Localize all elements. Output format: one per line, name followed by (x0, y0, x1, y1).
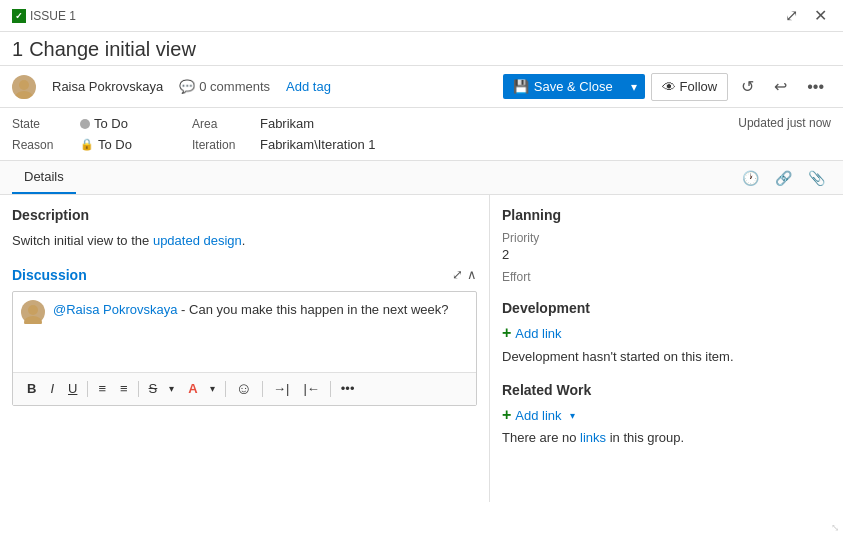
toolbar-sep-5 (330, 381, 331, 397)
main-content: Description Switch initial view to the u… (0, 195, 843, 502)
svg-point-0 (19, 80, 29, 90)
add-tag-button[interactable]: Add tag (286, 79, 331, 94)
comment-box: @Raisa Pokrovskaya - Can you make this h… (12, 291, 477, 406)
issue-number: 1 (12, 38, 23, 61)
underline-button[interactable]: U (62, 378, 83, 399)
toolbar-sep-2 (138, 381, 139, 397)
iteration-label: Iteration (192, 138, 252, 152)
expand-discussion-button[interactable]: ⤢ (452, 267, 463, 282)
font-color-group: A ▾ (182, 378, 220, 399)
follow-label: Follow (680, 79, 718, 94)
meta-actions: 💾 Save & Close ▾ 👁 Follow ↺ ↩ ••• (503, 72, 831, 101)
strikethrough-dropdown[interactable]: ▾ (163, 380, 180, 397)
svg-point-1 (15, 91, 33, 99)
iteration-row: Iteration Fabrikam\Iteration 1 (192, 137, 376, 152)
description-text: Switch initial view to the updated desig… (12, 231, 477, 251)
strikethrough-button[interactable]: S (143, 378, 164, 399)
discussion-actions: ⤢ ∧ (452, 267, 477, 282)
reason-row: Reason 🔒 To Do (12, 137, 132, 152)
emoji-button[interactable]: ☺ (230, 377, 258, 401)
development-title: Development (502, 300, 831, 316)
top-bar-actions: ⤢ ✕ (781, 4, 831, 27)
add-dev-link-button[interactable]: + Add link (502, 324, 562, 342)
meta-bar: Raisa Pokrovskaya 💬 0 comments Add tag 💾… (0, 66, 843, 108)
state-label: State (12, 117, 72, 131)
state-dot (80, 119, 90, 129)
bold-button[interactable]: B (21, 378, 42, 399)
links-tab-button[interactable]: 🔗 (769, 166, 798, 190)
comment-icon: 💬 (179, 79, 195, 94)
author-name: Raisa Pokrovskaya (52, 79, 163, 94)
effort-label: Effort (502, 270, 831, 284)
comments-button[interactable]: 💬 0 comments (179, 79, 270, 94)
related-link-dropdown-button[interactable]: ▾ (564, 407, 581, 424)
area-label: Area (192, 117, 252, 131)
save-close-label: Save & Close (534, 79, 613, 94)
state-reason-group: State To Do Reason 🔒 To Do (12, 116, 132, 152)
add-dev-link-label: Add link (515, 326, 561, 341)
undo-button[interactable]: ↩ (767, 72, 794, 101)
collapse-discussion-button[interactable]: ∧ (467, 267, 477, 282)
title-row: 1 Change initial view (0, 32, 843, 66)
comment-content: - Can you make this happen in the next w… (177, 302, 448, 317)
issue-label: ISSUE 1 (30, 9, 76, 23)
development-section: Development + Add link Development hasn'… (502, 300, 831, 366)
align-left-button[interactable]: ≡ (92, 378, 112, 399)
tab-details[interactable]: Details (12, 161, 76, 194)
state-row: State To Do (12, 116, 132, 131)
outdent-button[interactable]: |← (297, 378, 325, 399)
comment-text-input[interactable]: @Raisa Pokrovskaya - Can you make this h… (53, 300, 468, 364)
effort-field: Effort (502, 270, 831, 284)
add-related-plus-icon: + (502, 406, 511, 424)
svg-point-3 (24, 316, 42, 324)
comments-count: 0 comments (199, 79, 270, 94)
issue-icon: ✓ (12, 9, 26, 23)
font-color-button[interactable]: A (182, 378, 203, 399)
unordered-list-button[interactable]: ≡ (114, 378, 134, 399)
save-close-button-group: 💾 Save & Close ▾ (503, 74, 645, 99)
italic-button[interactable]: I (44, 378, 60, 399)
issue-title: Change initial view (29, 38, 196, 61)
discussion-section: Discussion ⤢ ∧ @Raisa Pokrovskaya - Can … (12, 267, 477, 406)
state-value-group: To Do (80, 116, 128, 131)
toolbar-sep-1 (87, 381, 88, 397)
add-related-link-button[interactable]: + Add link (502, 406, 562, 424)
development-status: Development hasn't started on this item. (502, 348, 831, 366)
fields-bar: State To Do Reason 🔒 To Do Area Fabrikam… (0, 108, 843, 161)
state-value: To Do (94, 116, 128, 131)
refresh-button[interactable]: ↺ (734, 72, 761, 101)
eye-icon: 👁 (662, 79, 676, 95)
resize-handle[interactable]: ⤡ (831, 522, 839, 533)
indent-button[interactable]: →| (267, 378, 295, 399)
area-iteration-group: Area Fabrikam Iteration Fabrikam\Iterati… (192, 116, 376, 152)
save-close-dropdown-button[interactable]: ▾ (623, 75, 645, 99)
more-toolbar-button[interactable]: ••• (335, 378, 361, 399)
author-avatar (12, 75, 36, 99)
close-button[interactable]: ✕ (810, 4, 831, 27)
font-color-dropdown[interactable]: ▾ (204, 380, 221, 397)
follow-button[interactable]: 👁 Follow (651, 73, 729, 101)
mention-link[interactable]: @Raisa Pokrovskaya (53, 302, 177, 317)
planning-section: Planning Priority 2 Effort (502, 207, 831, 284)
history-tab-button[interactable]: 🕐 (736, 166, 765, 190)
reason-value: To Do (98, 137, 132, 152)
updated-text: Updated just now (738, 116, 831, 130)
discussion-title: Discussion (12, 267, 87, 283)
commenter-avatar (21, 300, 45, 324)
save-close-main-button[interactable]: 💾 Save & Close (503, 74, 623, 99)
toolbar-sep-4 (262, 381, 263, 397)
attachments-tab-button[interactable]: 📎 (802, 166, 831, 190)
more-actions-button[interactable]: ••• (800, 73, 831, 101)
top-bar: ✓ ISSUE 1 ⤢ ✕ (0, 0, 843, 32)
description-link[interactable]: updated design (153, 233, 242, 248)
priority-value: 2 (502, 247, 831, 262)
expand-button[interactable]: ⤢ (781, 4, 802, 27)
strikethrough-group: S ▾ (143, 378, 181, 399)
description-title: Description (12, 207, 477, 223)
iteration-value: Fabrikam\Iteration 1 (260, 137, 376, 152)
area-value: Fabrikam (260, 116, 314, 131)
related-work-section: Related Work + Add link ▾ There are no l… (502, 382, 831, 445)
issue-badge: ✓ ISSUE 1 (12, 9, 781, 23)
tab-icons: 🕐 🔗 📎 (736, 166, 831, 190)
left-panel: Description Switch initial view to the u… (0, 195, 490, 502)
